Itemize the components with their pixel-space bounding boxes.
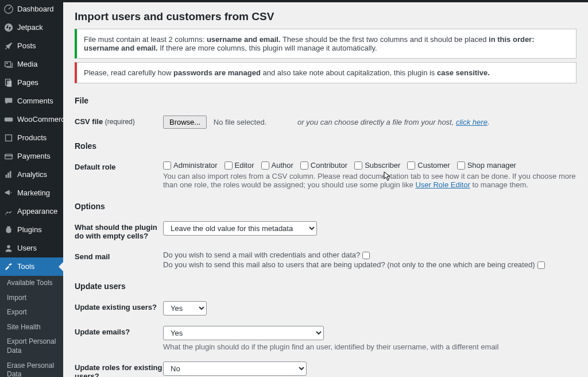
sidebar-item-marketing[interactable]: Marketing <box>0 184 63 202</box>
sidebar-item-appearance[interactable]: Appearance <box>0 202 63 221</box>
role-checkbox-customer[interactable]: Customer <box>407 161 450 170</box>
roles-help: You can also import roles from a CSV col… <box>163 172 577 189</box>
label-empty-cells: What should the plugin do with empty cel… <box>75 221 163 240</box>
role-checkbox-editor[interactable]: Editor <box>225 161 254 170</box>
marketing-icon <box>3 188 14 198</box>
checkbox-input[interactable] <box>163 161 171 170</box>
svg-rect-12 <box>10 171 11 178</box>
notice-text: File must contain at least 2 columns: <box>84 35 207 44</box>
user-role-editor-link[interactable]: User Role Editor <box>415 180 470 189</box>
row-empty-cells: What should the plugin do with empty cel… <box>75 221 577 240</box>
sidebar-label: Products <box>17 133 47 143</box>
label-update-emails: Update emails? <box>75 326 163 336</box>
csv-host-desc: or you can choose directly a file from y… <box>297 118 490 126</box>
submenu-item-site-health[interactable]: Site Health <box>0 320 63 335</box>
submenu-item-import[interactable]: Import <box>0 291 63 306</box>
notice-text: These should be the first two columns an… <box>281 35 489 44</box>
sidebar-item-dashboard[interactable]: Dashboard <box>0 0 63 18</box>
select-empty-cells[interactable]: Leave the old value for this metadata <box>163 221 317 236</box>
sidebar-item-posts[interactable]: Posts <box>0 37 63 55</box>
row-send-mail: Send mail Do you wish to send a mail wit… <box>75 251 577 269</box>
sidebar-label: Marketing <box>17 188 50 198</box>
notice-bold: username and email. <box>207 35 281 44</box>
label-update-roles: Update roles for existing users? <box>75 361 163 377</box>
sidebar-item-users[interactable]: Users <box>0 239 63 257</box>
sidebar-label: Comments <box>17 97 53 106</box>
select-update-emails[interactable]: Yes <box>163 326 324 340</box>
sidebar-item-woocommerce[interactable]: WooCommerce <box>0 110 63 129</box>
media-icon <box>3 59 14 70</box>
label-required: (required) <box>105 118 135 126</box>
sidebar-item-payments[interactable]: Payments <box>0 147 63 166</box>
tools-icon <box>3 261 14 272</box>
checkbox-send-mail-updated[interactable] <box>537 261 545 269</box>
section-options: Options <box>75 202 577 211</box>
row-update-emails: Update emails? Yes What the plugin shoul… <box>75 326 577 351</box>
submenu-item-export-personal-data[interactable]: Export Personal Data <box>0 334 63 358</box>
sidebar-item-comments[interactable]: Comments <box>0 92 63 110</box>
main-content: Import users and customers from CSV File… <box>63 0 588 377</box>
sidebar-label: Tools <box>17 262 34 271</box>
sidebar-item-tools[interactable]: Tools <box>0 257 63 276</box>
sidebar-item-products[interactable]: Products <box>0 129 63 147</box>
sidebar-label: Payments <box>17 152 51 161</box>
svg-rect-9 <box>5 155 13 156</box>
role-checkbox-author[interactable]: Author <box>261 161 293 170</box>
row-csv-file: CSV file (required) Browse... No file se… <box>75 116 577 129</box>
notice-text: If there are more columns, this plugin w… <box>158 44 377 52</box>
notice-bold: case sensitive. <box>437 68 490 77</box>
select-update-roles[interactable]: No <box>163 361 307 376</box>
sidebar-label: Posts <box>17 41 36 51</box>
submenu-item-erase-personal-data[interactable]: Erase Personal Data <box>0 359 63 377</box>
admin-sidebar: Dashboard Jetpack Posts Media Pages Comm… <box>0 0 63 377</box>
role-checkbox-subscriber[interactable]: Subscriber <box>354 161 400 170</box>
row-default-role: Default role Administrator Editor Author… <box>75 161 577 189</box>
sidebar-label: Pages <box>17 78 38 87</box>
checkbox-label: Administrator <box>173 161 218 170</box>
browse-button[interactable]: Browse... <box>163 116 207 129</box>
sidebar-item-pages[interactable]: Pages <box>0 74 63 92</box>
field-update-emails: Yes What the plugin should do if the plu… <box>163 326 577 351</box>
field-empty-cells: Leave the old value for this metadata <box>163 221 577 236</box>
sidebar-label: Jetpack <box>17 23 43 32</box>
svg-rect-10 <box>6 175 7 178</box>
checkbox-label: Editor <box>235 161 254 170</box>
field-csv-file: Browse... No file selected. or you can c… <box>163 116 577 129</box>
click-here-link[interactable]: click here <box>456 118 488 126</box>
section-update-users: Update users <box>75 282 577 291</box>
submenu-item-export[interactable]: Export <box>0 305 63 320</box>
svg-rect-8 <box>5 154 13 159</box>
notice-bold: passwords are managed <box>173 68 261 77</box>
label-csv-file: CSV file (required) <box>75 116 163 126</box>
section-roles: Roles <box>75 141 577 151</box>
checkbox-label: Author <box>272 161 293 170</box>
role-checkbox-administrator[interactable]: Administrator <box>163 161 218 170</box>
checkbox-input[interactable] <box>261 161 269 170</box>
role-checkbox-shop-manager[interactable]: Shop manager <box>457 161 516 170</box>
label-default-role: Default role <box>75 161 163 171</box>
svg-point-13 <box>7 245 10 248</box>
sidebar-label: WooCommerce <box>17 115 63 124</box>
sidebar-item-media[interactable]: Media <box>0 55 63 74</box>
notice-text: Please, read carefully how <box>84 68 173 77</box>
checkbox-input[interactable] <box>407 161 415 170</box>
checkbox-label: Contributor <box>311 161 347 170</box>
submenu-item-available-tools[interactable]: Available Tools <box>0 276 63 291</box>
sidebar-item-plugins[interactable]: Plugins <box>0 221 63 239</box>
checkbox-input[interactable] <box>354 161 362 170</box>
checkbox-input[interactable] <box>300 161 308 170</box>
send-mail-q2-text: Do you wish to send this mail also to us… <box>163 260 535 269</box>
sidebar-item-analytics[interactable]: Analytics <box>0 166 63 184</box>
svg-rect-7 <box>6 135 12 141</box>
checkbox-label: Subscriber <box>365 161 400 170</box>
checkbox-input[interactable] <box>457 161 465 170</box>
sidebar-item-jetpack[interactable]: Jetpack <box>0 18 63 37</box>
field-send-mail: Do you wish to send a mail with credenti… <box>163 251 577 269</box>
checkbox-send-mail[interactable] <box>362 252 370 259</box>
desc-text: . <box>488 118 490 126</box>
page-icon <box>3 78 14 88</box>
role-checkbox-contributor[interactable]: Contributor <box>300 161 347 170</box>
select-update-existing[interactable]: Yes <box>163 301 207 316</box>
checkbox-input[interactable] <box>225 161 233 170</box>
sidebar-label: Dashboard <box>17 5 54 14</box>
